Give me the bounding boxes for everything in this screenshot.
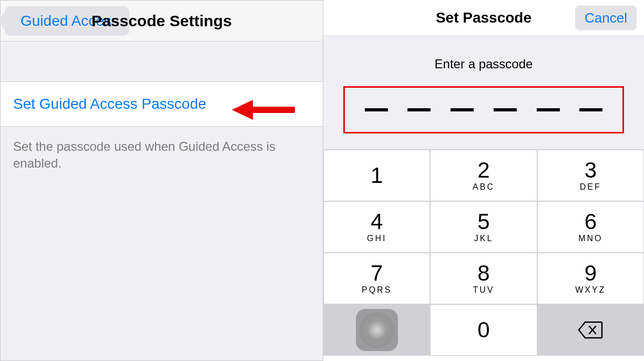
- keypad-key-number: 4: [371, 211, 383, 233]
- keypad-key-number: 1: [371, 164, 383, 187]
- keypad-key-number: 7: [371, 262, 383, 284]
- keypad-key-9[interactable]: 9WXYZ: [537, 253, 644, 304]
- keypad-key-number: 6: [585, 211, 597, 233]
- keypad-key-5[interactable]: 5JKL: [430, 201, 537, 253]
- passcode-dash: [579, 108, 602, 111]
- section-spacer: [1, 42, 323, 81]
- cancel-button[interactable]: Cancel: [575, 5, 637, 30]
- backspace-icon: [578, 321, 603, 339]
- keypad-key-letters: JKL: [474, 234, 494, 243]
- keypad-key-letters: MNO: [578, 234, 602, 243]
- passcode-dash: [365, 108, 388, 111]
- keypad-key-number: 0: [477, 319, 489, 341]
- passcode-dash: [537, 108, 560, 111]
- keypad-key-2[interactable]: 2ABC: [430, 150, 537, 201]
- keypad-key-number: 2: [477, 159, 489, 181]
- passcode-prompt-area: Enter a passcode: [323, 36, 644, 150]
- keypad-key-letters: GHI: [367, 234, 386, 243]
- passcode-settings-screen: Guided Access Passcode Settings Set Guid…: [0, 0, 323, 361]
- keypad-blank: [323, 304, 430, 356]
- cancel-button-label: Cancel: [585, 9, 627, 25]
- keypad-delete-button[interactable]: [537, 304, 644, 356]
- set-passcode-screen: Set Passcode Cancel Enter a passcode 12A…: [323, 0, 644, 361]
- keypad-key-8[interactable]: 8TUV: [430, 253, 537, 304]
- modal-header: Set Passcode Cancel: [323, 0, 644, 36]
- keypad-key-letters: ABC: [473, 182, 495, 192]
- keypad-key-number: 8: [477, 262, 489, 284]
- keypad-key-number: 5: [477, 211, 489, 233]
- passcode-dash: [407, 108, 431, 111]
- passcode-dash: [451, 108, 474, 111]
- keypad-key-letters: DEF: [580, 182, 601, 192]
- prompt-text: Enter a passcode: [334, 57, 633, 71]
- modal-title: Set Passcode: [436, 9, 531, 26]
- passcode-dash: [494, 108, 517, 111]
- passcode-field[interactable]: [343, 86, 624, 133]
- keypad-key-7[interactable]: 7PQRS: [323, 253, 430, 304]
- keypad-key-4[interactable]: 4GHI: [323, 201, 430, 253]
- keypad-key-letters: WXYZ: [575, 285, 606, 295]
- row-label: Set Guided Access Passcode: [13, 96, 206, 112]
- keypad-key-6[interactable]: 6MNO: [537, 201, 644, 253]
- keypad-key-1[interactable]: 1: [323, 150, 430, 201]
- keypad-key-number: 9: [585, 262, 597, 284]
- keypad-key-letters: PQRS: [362, 285, 392, 295]
- keypad-key-letters: TUV: [473, 285, 494, 295]
- keypad-key-0[interactable]: 0: [430, 304, 537, 356]
- set-guided-access-passcode-row[interactable]: Set Guided Access Passcode: [1, 81, 323, 127]
- page-title: Passcode Settings: [91, 12, 232, 30]
- assistive-touch-icon[interactable]: [356, 309, 398, 351]
- section-footer-text: Set the passcode used when Guided Access…: [1, 127, 323, 184]
- number-keypad: 12ABC3DEF4GHI5JKL6MNO7PQRS8TUV9WXYZ0: [323, 150, 644, 356]
- keypad-key-number: 3: [585, 159, 597, 181]
- nav-bar: Guided Access Passcode Settings: [1, 1, 323, 42]
- keypad-key-3[interactable]: 3DEF: [537, 150, 644, 201]
